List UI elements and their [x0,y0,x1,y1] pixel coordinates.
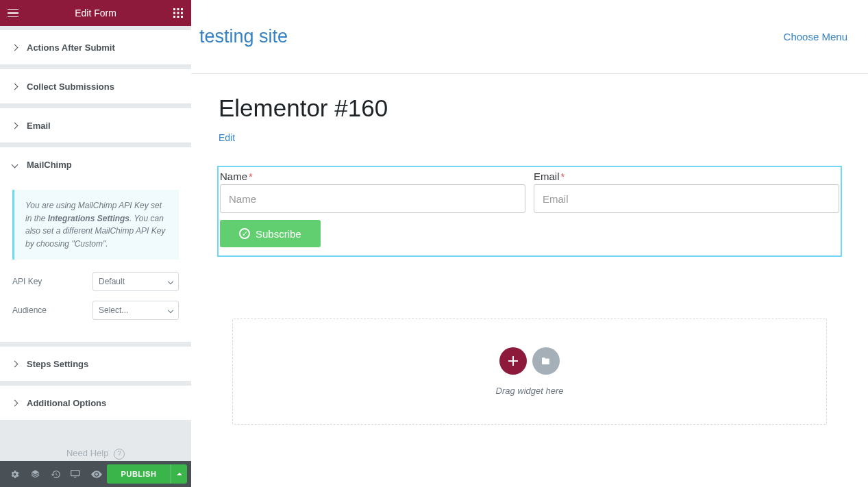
name-label: Name* [220,171,525,182]
caret-right-icon [12,360,18,367]
site-header: testing site Choose Menu [191,0,868,74]
edit-link[interactable]: Edit [219,132,235,143]
email-input[interactable] [534,184,839,213]
editor-sidebar: Edit Form Actions After Submit Collect S… [0,0,191,487]
name-input[interactable] [220,184,525,213]
caret-right-icon [12,399,18,406]
apps-icon[interactable] [172,7,184,19]
mailchimp-content: You are using MailChimp API Key set in t… [0,182,191,342]
required-indicator: * [561,171,565,182]
need-help-link[interactable]: Need Help ? [0,421,191,461]
choose-menu-link[interactable]: Choose Menu [784,31,847,42]
page-title: Elementor #160 [219,95,841,122]
form-widget[interactable]: Name* Email* ✓ Subscribe [217,166,842,257]
api-key-label: API Key [12,277,42,286]
svg-rect-3 [173,12,175,14]
subscribe-button[interactable]: ✓ Subscribe [220,220,321,247]
section-additional-options[interactable]: Additional Options [0,386,191,421]
sidebar-body: Actions After Submit Collect Submissions… [0,26,191,461]
required-indicator: * [249,171,253,182]
api-key-control: API Key Default [12,272,179,291]
audience-select[interactable]: Select... [92,301,179,320]
section-actions-after-submit[interactable]: Actions After Submit [0,30,191,65]
section-mailchimp-header[interactable]: MailChimp [0,147,191,182]
menu-icon[interactable] [7,7,19,19]
sidebar-footer: PUBLISH [0,461,191,487]
site-title-link[interactable]: testing site [199,26,288,47]
chevron-down-icon [168,308,173,313]
publish-button[interactable]: PUBLISH [107,464,171,484]
panel-title: Edit Form [19,8,172,18]
check-icon: ✓ [239,228,250,239]
section-mailchimp: MailChimp You are using MailChimp API Ke… [0,147,191,342]
add-section-button[interactable] [499,347,527,375]
caret-right-icon [12,122,18,129]
audience-control: Audience Select... [12,301,179,320]
sidebar-header: Edit Form [0,0,191,26]
email-field: Email* [534,171,839,213]
chevron-down-icon [168,279,173,284]
template-button[interactable] [532,347,560,375]
drop-zone[interactable]: Drag widget here [232,319,827,425]
drop-zone-text: Drag widget here [496,386,564,396]
svg-rect-5 [181,12,183,14]
caret-down-icon [12,161,18,168]
caret-right-icon [12,83,18,90]
svg-rect-7 [177,16,179,18]
mailchimp-notice: You are using MailChimp API Key set in t… [12,190,179,260]
email-label: Email* [534,171,839,182]
section-collect-submissions[interactable]: Collect Submissions [0,69,191,104]
navigator-icon[interactable] [25,461,45,487]
history-icon[interactable] [45,461,66,487]
section-email[interactable]: Email [0,108,191,143]
caret-right-icon [12,44,18,51]
preview-area: testing site Choose Menu Elementor #160 … [191,0,868,487]
svg-rect-6 [173,16,175,18]
svg-rect-2 [181,8,183,10]
svg-rect-1 [177,8,179,10]
svg-rect-4 [177,12,179,14]
settings-icon[interactable] [4,461,25,487]
audience-label: Audience [12,305,47,315]
section-steps-settings[interactable]: Steps Settings [0,347,191,382]
publish-group: PUBLISH [107,464,187,484]
api-key-select[interactable]: Default [92,272,179,291]
responsive-icon[interactable] [66,461,86,487]
publish-options-button[interactable] [171,464,187,484]
svg-rect-0 [173,8,175,10]
preview-icon[interactable] [86,461,107,487]
svg-rect-8 [181,16,183,18]
help-icon: ? [114,449,125,460]
page-header: Elementor #160 Edit [191,74,868,151]
name-field: Name* [220,171,525,213]
